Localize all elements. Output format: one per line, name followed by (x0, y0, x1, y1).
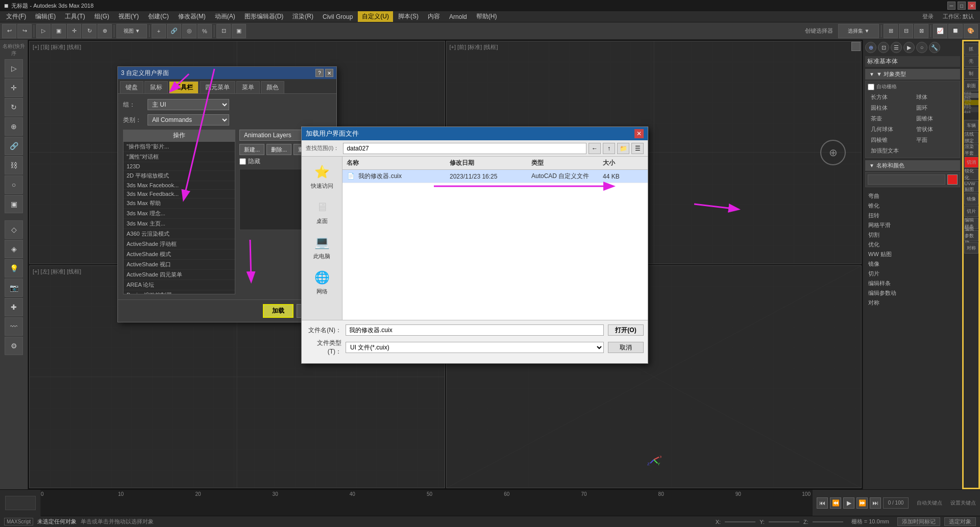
layer-manager[interactable]: ⊠ (914, 24, 928, 38)
op-item-10[interactable]: A360 云渲染模式 (124, 229, 235, 239)
autokey-btn[interactable]: 自动关键点 (913, 499, 946, 507)
user-login[interactable]: 登录 (918, 13, 938, 20)
menu-render[interactable]: 渲染(R) (288, 11, 317, 22)
menu-create[interactable]: 创建(C) (144, 11, 173, 22)
select-button[interactable]: ▷ (36, 24, 51, 38)
category-select[interactable]: All Commands (148, 114, 229, 126)
op-item-8[interactable]: 3ds Max 理念... (124, 209, 235, 219)
utilities-tab-icon[interactable]: 🔧 (929, 42, 940, 53)
far-right-dui[interactable]: 对称 (964, 242, 978, 254)
close-button[interactable]: ✕ (968, 2, 976, 10)
color-swatch[interactable] (947, 174, 958, 185)
op-item-11[interactable]: ActiveShade 浮动框 (124, 239, 235, 249)
coord-z-value[interactable] (813, 521, 843, 522)
mod-slice[interactable]: 切片 (865, 269, 960, 279)
op-item-13[interactable]: ActiveShade 视口 (124, 260, 235, 270)
menu-file[interactable]: 文件(F) (2, 11, 30, 22)
tab-quads[interactable]: 四元菜单 (200, 81, 235, 93)
mod-meshsmooth[interactable]: 网格平滑 (865, 220, 960, 230)
timeline-container[interactable]: 0 10 20 30 40 50 60 70 80 90 100 (41, 490, 813, 516)
create-spacewarps[interactable]: 〰 (5, 317, 23, 336)
named-selection-button[interactable]: 选择集 ▼ (838, 24, 879, 38)
select-object-btn[interactable]: 选定对象 (944, 517, 976, 526)
mod-uvw[interactable]: WW 贴图 (865, 249, 960, 259)
render-type-button[interactable]: ▣ (232, 24, 246, 38)
scale-button[interactable]: ⊕ (97, 24, 112, 38)
create-helpers[interactable]: ✚ (5, 298, 23, 316)
menu-modifier[interactable]: 修改器(M) (174, 11, 210, 22)
tab-mouse[interactable]: 鼠标 (144, 81, 168, 93)
far-right-uvw[interactable]: UVW 贴图 (964, 181, 978, 192)
op-item-12[interactable]: ActiveShade 模式 (124, 249, 235, 260)
op-item-4[interactable]: 2D 平移缩放模式 (124, 171, 235, 181)
setkey-btn[interactable]: 设置关键点 (946, 499, 980, 507)
menu-tools[interactable]: 工具(T) (61, 11, 89, 22)
menu-customize[interactable]: 自定义(U) (358, 11, 393, 22)
load-sidebar-network[interactable]: 🌐 网络 (304, 266, 340, 297)
group-select[interactable]: 主 UI (148, 99, 229, 110)
cone-button[interactable]: 圆锥体 (913, 114, 958, 123)
far-right-切片[interactable]: 切片 (964, 206, 978, 217)
create-camera[interactable]: 📷 (5, 279, 23, 297)
coord-x-value[interactable] (725, 521, 755, 522)
cylinder-button[interactable]: 圆柱体 (868, 103, 912, 113)
create-geometry[interactable]: ◈ (5, 240, 23, 258)
filetype-select[interactable]: UI 文件(*.cuix) (346, 342, 604, 353)
sphere-button[interactable]: 球体 (913, 92, 958, 102)
customize-dialog-close[interactable]: ✕ (325, 69, 333, 77)
tab-keyboard[interactable]: 键盘 (120, 81, 143, 93)
menu-help[interactable]: 帮助(H) (472, 11, 501, 22)
scale-tool[interactable]: ⊕ (5, 117, 23, 136)
angle-snap-button[interactable]: ◎ (182, 24, 197, 38)
op-item-6[interactable]: 3ds Max Feedback... (124, 190, 235, 198)
frame-counter[interactable]: 0 / 100 (883, 497, 909, 509)
tab-colors[interactable]: 颜色 (261, 81, 284, 93)
redo-button[interactable]: ↪ (17, 24, 32, 38)
rotate-button[interactable]: ↻ (82, 24, 96, 38)
mod-cut[interactable]: 切割 (865, 230, 960, 240)
schematic-view[interactable]: 🔲 (948, 24, 963, 38)
create-lights[interactable]: 💡 (5, 259, 23, 278)
mod-editparam[interactable]: 编辑参数动 (865, 288, 960, 298)
minimize-button[interactable]: ─ (947, 2, 955, 10)
far-right-sharpen[interactable]: 锐化化 (964, 169, 978, 180)
curve-editor[interactable]: 📈 (933, 24, 947, 38)
next-frame-button[interactable]: ⏩ (856, 497, 868, 509)
material-editor[interactable]: 🎨 (964, 24, 978, 38)
move-tool[interactable]: ✛ (5, 79, 23, 97)
hide-checkbox[interactable] (239, 158, 246, 165)
load-button[interactable]: 加载 (263, 304, 293, 318)
geosphere-button[interactable]: 几何球体 (868, 124, 912, 134)
snap-button[interactable]: 🔗 (167, 24, 181, 38)
far-right-btn1[interactable]: 抓 (964, 43, 978, 55)
menu-script[interactable]: 脚本(S) (394, 11, 423, 22)
mod-bend[interactable]: 弯曲 (865, 191, 960, 201)
menu-view[interactable]: 视图(Y) (114, 11, 143, 22)
torus-button[interactable]: 圆环 (913, 103, 958, 113)
selection-filter[interactable]: ▣ (5, 195, 23, 213)
unlink-tool[interactable]: ⛓ (5, 156, 23, 174)
title-bar-right[interactable]: ─ □ ✕ (947, 2, 976, 10)
percent-snap-button[interactable]: % (198, 24, 212, 38)
op-item-1[interactable]: "操作指导"影片... (124, 142, 235, 152)
load-nav-up[interactable]: ↑ (603, 143, 615, 154)
create-tab-icon[interactable]: ⊕ (865, 42, 876, 53)
op-item-3[interactable]: 123D (124, 162, 235, 171)
cancel-btn[interactable]: 取消 (608, 342, 644, 353)
link-tool[interactable]: 🔗 (5, 137, 23, 155)
pyramid-button[interactable]: 四棱锥 (868, 135, 912, 145)
mini-viewport[interactable] (5, 496, 36, 510)
menu-arnold[interactable]: Arnold (445, 12, 471, 21)
far-right-btn3[interactable]: 制 (964, 68, 978, 79)
menu-animation[interactable]: 动画(A) (211, 11, 239, 22)
op-item-16[interactable]: Bezier 缩放控制器 (124, 290, 235, 294)
select-region-button[interactable]: ▣ (52, 24, 66, 38)
plane-button[interactable]: 平面 (913, 135, 958, 145)
load-sidebar-thispc[interactable]: 💻 此电脑 (304, 231, 340, 262)
load-sidebar-quickaccess[interactable]: ⭐ 快速访问 (304, 161, 340, 192)
shortcut-key-builder[interactable]: 创键选择器 (801, 27, 837, 35)
anim-layers-select[interactable]: Animation Layers (239, 130, 311, 141)
far-right-vehicl[interactable]: 车辆 (964, 120, 978, 131)
extendedtext-button[interactable]: 加强型文本 (868, 146, 958, 156)
align-button[interactable]: ⊟ (899, 24, 913, 38)
